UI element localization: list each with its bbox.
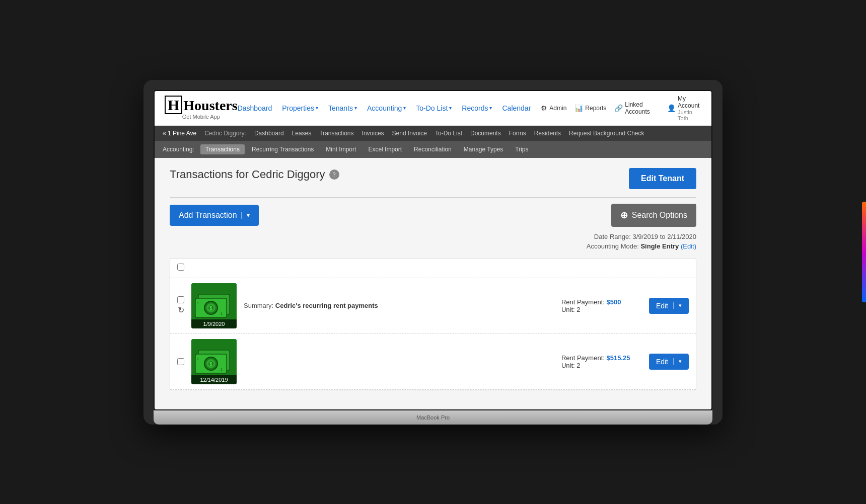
row1-unit-value: 2 bbox=[576, 306, 580, 313]
breadcrumb-todo[interactable]: To-Do List bbox=[435, 130, 462, 137]
row1-checkbox[interactable] bbox=[177, 296, 184, 303]
row2-edit-label: Edit bbox=[656, 358, 673, 366]
row1-summary: Summary: Cedric's recurring rent payment… bbox=[244, 302, 554, 309]
date-range-info: Date Range: 3/9/2019 to 2/11/2020 bbox=[170, 233, 696, 240]
bar-chart-icon: 📊 bbox=[574, 104, 583, 112]
accounting-nav-reconciliation[interactable]: Reconciliation bbox=[409, 144, 457, 154]
row2-date-badge: 12/14/2019 bbox=[191, 375, 237, 384]
row1-edit-caret: ▾ bbox=[673, 302, 682, 309]
reports-link[interactable]: 📊 Reports bbox=[574, 104, 606, 112]
page-title-text: Transactions for Cedric Diggory bbox=[170, 168, 325, 181]
top-bar: HHousters Get Mobile App Dashboard Prope… bbox=[155, 91, 711, 126]
breadcrumb-tenant-label: Cedric Diggory: bbox=[204, 130, 246, 137]
accounting-nav-trips[interactable]: Trips bbox=[510, 144, 533, 154]
breadcrumb-forms[interactable]: Forms bbox=[509, 130, 526, 137]
svg-text:1: 1 bbox=[197, 301, 199, 305]
svg-text:$: $ bbox=[209, 361, 212, 367]
row2-type-label: Rent Payment: bbox=[561, 354, 607, 362]
nav-records[interactable]: Records ▾ bbox=[462, 104, 492, 112]
row1-summary-label: Summary: bbox=[244, 302, 275, 309]
properties-dropdown-arrow: ▾ bbox=[316, 105, 318, 111]
row1-edit-label: Edit bbox=[656, 302, 673, 310]
my-account-user: Justin Toth bbox=[678, 109, 701, 121]
nav-properties[interactable]: Properties ▾ bbox=[282, 104, 318, 112]
svg-text:$: $ bbox=[209, 305, 212, 311]
add-transaction-button[interactable]: Add Transaction ▾ bbox=[170, 205, 259, 226]
my-account-link[interactable]: 👤 My Account Justin Toth bbox=[667, 95, 701, 121]
row2-unit-value: 2 bbox=[576, 362, 580, 369]
row1-checkbox-cell: ↻ bbox=[177, 296, 184, 315]
row1-date-badge: 1/9/2020 bbox=[191, 319, 237, 328]
add-transaction-caret: ▾ bbox=[241, 212, 250, 219]
date-range-label: Date Range: bbox=[594, 233, 631, 240]
breadcrumb-documents[interactable]: Documents bbox=[470, 130, 501, 137]
page-header: Transactions for Cedric Diggory ? Edit T… bbox=[170, 168, 696, 189]
accounting-mode-info: Accounting Mode: Single Entry (Edit) bbox=[170, 242, 696, 250]
breadcrumb-residents[interactable]: Residents bbox=[534, 130, 561, 137]
content-area: Transactions for Cedric Diggory ? Edit T… bbox=[155, 158, 711, 409]
accounting-dropdown-arrow: ▾ bbox=[403, 105, 406, 111]
nav-accounting[interactable]: Accounting ▾ bbox=[367, 104, 406, 112]
row2-checkbox[interactable] bbox=[177, 358, 184, 365]
right-accent-bar bbox=[862, 202, 866, 302]
row2-meta: Rent Payment: $515.25 Unit: 2 bbox=[561, 354, 642, 369]
row2-checkbox-cell bbox=[177, 358, 184, 365]
logo-area: HHousters Get Mobile App bbox=[165, 97, 238, 120]
admin-label: Admin bbox=[549, 105, 566, 112]
gear-icon: ⚙ bbox=[541, 104, 547, 112]
records-dropdown-arrow: ▾ bbox=[489, 105, 492, 111]
row2-edit-button[interactable]: Edit ▾ bbox=[649, 354, 689, 370]
linked-accounts-link[interactable]: 🔗 Linked Accounts bbox=[614, 101, 659, 115]
breadcrumb-send-invoice[interactable]: Send Invoice bbox=[392, 130, 427, 137]
user-icon: 👤 bbox=[667, 104, 676, 112]
top-right-links: ⚙ Admin 📊 Reports 🔗 Linked Accounts 👤 bbox=[541, 95, 701, 121]
breadcrumb-dashboard[interactable]: Dashboard bbox=[254, 130, 284, 137]
link-icon: 🔗 bbox=[614, 104, 623, 112]
table-row: $ 1 1 12/14/2019 Rent Payment: $515.25 bbox=[170, 334, 696, 390]
accounting-mode-value: Single Entry bbox=[640, 242, 679, 250]
row1-amount: $500 bbox=[606, 298, 621, 306]
accounting-nav-mint[interactable]: Mint Import bbox=[321, 144, 361, 154]
nav-calendar[interactable]: Calendar bbox=[502, 104, 531, 112]
breadcrumb-bar: « 1 Pine Ave Cedric Diggory: Dashboard L… bbox=[155, 126, 711, 141]
list-header-row bbox=[170, 259, 696, 278]
accounting-nav-manage-types[interactable]: Manage Types bbox=[459, 144, 509, 154]
accounting-mode-edit-link[interactable]: (Edit) bbox=[681, 242, 696, 250]
my-account-label: My Account bbox=[678, 95, 701, 109]
breadcrumb-invoices[interactable]: Invoices bbox=[362, 130, 384, 137]
row2-unit-label: Unit: bbox=[561, 362, 576, 369]
logo[interactable]: HHousters bbox=[165, 97, 238, 114]
nav-tenants[interactable]: Tenants ▾ bbox=[328, 104, 357, 112]
breadcrumb-back[interactable]: « 1 Pine Ave bbox=[163, 130, 196, 137]
date-range-value: 3/9/2019 to 2/11/2020 bbox=[632, 233, 696, 240]
row1-unit-label: Unit: bbox=[561, 306, 576, 313]
row1-thumbnail[interactable]: $ 1 1 1/9/2020 bbox=[191, 283, 237, 328]
row2-thumbnail[interactable]: $ 1 1 12/14/2019 bbox=[191, 339, 237, 384]
reports-label: Reports bbox=[585, 105, 606, 112]
get-mobile-link[interactable]: Get Mobile App bbox=[182, 114, 220, 120]
logo-text: Housters bbox=[183, 98, 237, 113]
accounting-nav-excel[interactable]: Excel Import bbox=[363, 144, 407, 154]
breadcrumb-transactions[interactable]: Transactions bbox=[319, 130, 353, 137]
actions-row: Add Transaction ▾ ⊕ Search Options bbox=[170, 204, 696, 227]
breadcrumb-leases[interactable]: Leases bbox=[292, 130, 312, 137]
nav-todo[interactable]: To-Do List ▾ bbox=[416, 104, 452, 112]
select-all-checkbox[interactable] bbox=[177, 264, 184, 271]
search-options-label: Search Options bbox=[632, 211, 687, 220]
breadcrumb-background-check[interactable]: Request Background Check bbox=[569, 130, 644, 137]
admin-link[interactable]: ⚙ Admin bbox=[541, 104, 566, 112]
row2-edit-caret: ▾ bbox=[673, 358, 682, 365]
row1-refresh-icon[interactable]: ↻ bbox=[178, 305, 184, 315]
laptop-base-text: MacBook Pro bbox=[416, 414, 450, 421]
accounting-nav-recurring[interactable]: Recurring Transactions bbox=[247, 144, 319, 154]
accounting-nav-transactions[interactable]: Transactions bbox=[200, 144, 245, 154]
todo-dropdown-arrow: ▾ bbox=[449, 105, 452, 111]
svg-text:1: 1 bbox=[221, 368, 223, 371]
nav-dashboard[interactable]: Dashboard bbox=[238, 104, 272, 112]
row1-edit-button[interactable]: Edit ▾ bbox=[649, 298, 689, 314]
row2-amount: $515.25 bbox=[606, 354, 630, 362]
search-options-button[interactable]: ⊕ Search Options bbox=[611, 204, 696, 227]
laptop-base: MacBook Pro bbox=[154, 410, 712, 425]
help-icon[interactable]: ? bbox=[329, 170, 339, 180]
edit-tenant-button[interactable]: Edit Tenant bbox=[629, 168, 696, 189]
